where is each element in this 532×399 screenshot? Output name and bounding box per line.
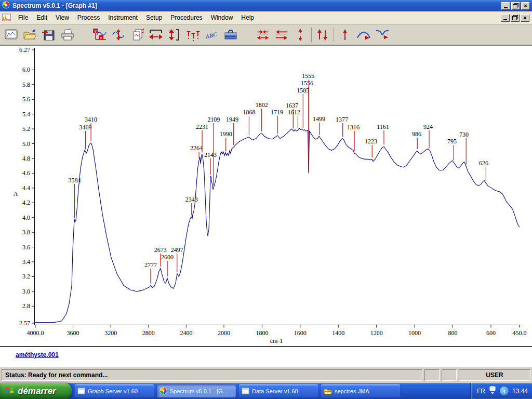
- menu-items: FileEditViewProcessInstrumentSetupProced…: [14, 12, 258, 23]
- start-button[interactable]: démarrer: [0, 383, 72, 399]
- minimize-icon: [503, 19, 507, 20]
- peak-label: 795: [447, 138, 457, 145]
- task-label: Graph Server v1.60: [88, 388, 138, 394]
- x-tick-label: 1200: [370, 329, 383, 337]
- close-button[interactable]: ×: [521, 2, 530, 10]
- menu-setup[interactable]: Setup: [142, 12, 166, 23]
- result-file-link[interactable]: améthyste.001: [16, 351, 59, 358]
- axes-xy-icon[interactable]: YX: [90, 26, 109, 43]
- arrows-h-lr-icon[interactable]: [272, 26, 291, 43]
- status-panel-1: [424, 369, 440, 381]
- spectrum-app-icon: [2, 1, 10, 11]
- graph-document-icon[interactable]: [2, 13, 12, 22]
- restore-icon: [512, 16, 517, 20]
- y-tick-label: 3.6: [22, 244, 30, 251]
- y-tick-label: 4.4: [22, 184, 30, 192]
- toolbar: YXABC: [0, 24, 532, 46]
- arrows-v-small-icon[interactable]: [291, 26, 310, 43]
- copy-pages-icon[interactable]: [128, 26, 147, 43]
- child-minimize-button[interactable]: [501, 14, 510, 22]
- child-close-button[interactable]: ×: [521, 14, 529, 22]
- menu-file[interactable]: File: [14, 12, 32, 23]
- spectrum-plot[interactable]: 6.276.05.85.65.45.25.04.84.64.44.24.03.8…: [0, 46, 532, 346]
- menu-process[interactable]: Process: [73, 12, 104, 23]
- peak-label: 2600: [161, 254, 174, 261]
- task-label: sepctres JMA: [335, 388, 369, 394]
- y-tick-label: 3.0: [22, 288, 30, 295]
- arrows-h-out-icon[interactable]: [254, 26, 272, 43]
- peak-label: 1316: [347, 124, 360, 131]
- x-tick-label: 1800: [256, 329, 268, 337]
- menu-window[interactable]: Window: [207, 12, 237, 23]
- start-label: démarrer: [18, 386, 56, 396]
- x-tick-label: 1400: [332, 329, 344, 337]
- peak-label: 3469: [79, 124, 91, 131]
- hidden-icons-icon[interactable]: [489, 385, 496, 396]
- close-icon: ×: [524, 3, 527, 9]
- taskbar-task-1[interactable]: Graph Server v1.60: [75, 384, 154, 397]
- peak-label: 2231: [196, 123, 208, 130]
- peak-label: 1161: [377, 123, 389, 130]
- chart-area: 6.276.05.85.65.45.25.04.84.64.44.24.03.8…: [0, 46, 532, 347]
- menu-instrument[interactable]: Instrument: [104, 12, 142, 23]
- status-user: USER: [486, 371, 503, 379]
- taskbar-task-2[interactable]: Spectrum v5.0.1 - [G...: [157, 384, 236, 397]
- peak-label: 1868: [243, 109, 255, 116]
- peak-label: 1990: [220, 130, 232, 138]
- curve-max-icon[interactable]: [354, 26, 373, 43]
- menu-procedures[interactable]: Procedures: [166, 12, 206, 23]
- expand-y-icon[interactable]: [165, 26, 184, 43]
- menu-view[interactable]: View: [51, 12, 73, 23]
- minimize-button[interactable]: [501, 2, 510, 10]
- task-buttons: Graph Server v1.60Spectrum v5.0.1 - [G..…: [72, 383, 400, 399]
- menu-edit[interactable]: Edit: [32, 12, 51, 23]
- restore-icon: [513, 4, 517, 8]
- status-panel-2: [442, 369, 457, 381]
- tray-chevron-icon[interactable]: ‹: [500, 387, 509, 395]
- status-bar: Status: Ready for next command... USER: [0, 367, 532, 383]
- taskbar-task-4[interactable]: sepctres JMA: [321, 384, 400, 397]
- menu-bar: FileEditViewProcessInstrumentSetupProced…: [0, 11, 532, 24]
- menu-help[interactable]: Help: [237, 12, 258, 23]
- peak-label: 1556: [301, 79, 313, 87]
- abc-label-icon[interactable]: ABC: [203, 26, 221, 43]
- y-tick-label: 4.2: [22, 199, 30, 206]
- peak-label: 2497: [171, 246, 183, 254]
- child-restore-button[interactable]: [511, 14, 520, 22]
- y-tick-label: 2.8: [22, 302, 30, 310]
- taskbar-task-3[interactable]: Data Server v1.60: [239, 384, 318, 397]
- toolbar-gap: [240, 26, 254, 43]
- new-graph-icon[interactable]: [2, 26, 21, 43]
- svg-text:X: X: [100, 35, 103, 40]
- system-tray: FR ‹ 13:44: [470, 383, 532, 399]
- toolbox-icon[interactable]: [221, 26, 240, 43]
- peak-label: 1949: [226, 116, 238, 123]
- peak-label: 1223: [365, 138, 377, 145]
- y-axis-title: A: [14, 190, 18, 197]
- expand-x-icon[interactable]: [147, 26, 165, 43]
- open-folder-icon[interactable]: [21, 26, 39, 43]
- arrow-up-icon[interactable]: [336, 26, 354, 43]
- peak-marks-icon[interactable]: [184, 26, 203, 43]
- status-message-panel: Status: Ready for next command...: [2, 369, 422, 381]
- results-strip: améthyste.001: [0, 346, 532, 367]
- peak-label: 1637: [286, 102, 298, 109]
- y-tick-label: 6.0: [22, 66, 30, 73]
- print-icon[interactable]: [58, 26, 77, 43]
- close-icon: ×: [523, 15, 526, 21]
- peak-label: 1719: [271, 109, 283, 116]
- autoscale-y-icon[interactable]: [109, 26, 128, 43]
- peak-label: 730: [459, 131, 469, 138]
- status-text: Status: Ready for next command...: [5, 371, 108, 379]
- restore-button[interactable]: [511, 2, 520, 10]
- peak-label: 986: [412, 130, 421, 138]
- arrows-v-pair-icon[interactable]: [313, 26, 332, 43]
- svg-text:ABC: ABC: [204, 31, 218, 39]
- task-label: Data Server v1.60: [252, 388, 298, 394]
- x-tick-label: 2400: [180, 329, 192, 337]
- language-indicator[interactable]: FR: [477, 388, 485, 395]
- save-icon[interactable]: [39, 26, 58, 43]
- curve-min-icon[interactable]: [373, 26, 392, 43]
- peak-label: 2777: [144, 261, 157, 269]
- app-window: Spectrum v5.0.1 - [Graph #1] × FileEditV…: [0, 0, 532, 399]
